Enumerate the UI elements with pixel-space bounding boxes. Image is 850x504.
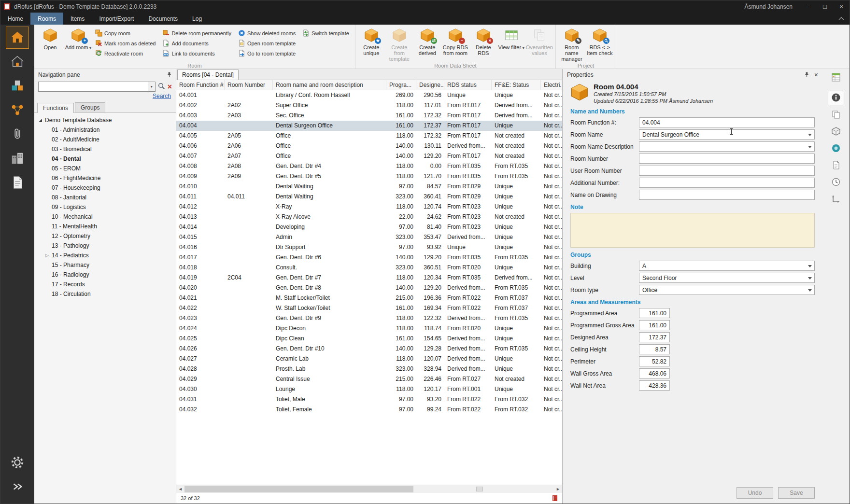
maximize-button[interactable]: □ (817, 0, 833, 13)
field-programmed-area[interactable]: 161.00 (639, 308, 670, 318)
status-report-icon[interactable] (552, 495, 558, 502)
ribbon-button-delete-rds[interactable]: ×Delete RDS (469, 26, 497, 56)
tree-item-03-biomedical[interactable]: 03 - Biomedical (35, 144, 175, 154)
minimize-button[interactable]: – (800, 0, 817, 13)
undo-button[interactable]: Undo (737, 487, 773, 499)
measurements-panel-button[interactable] (828, 192, 844, 207)
search-icon[interactable] (158, 83, 165, 91)
tree-item-07-housekeeping[interactable]: 07 - Housekeeping (35, 183, 175, 193)
table-row[interactable]: 04.0082A08Gen. Dent. Dtr #4118.000.00Fro… (176, 161, 562, 171)
field-building[interactable]: A (639, 261, 815, 271)
field-designed-area[interactable]: 172.37 (639, 332, 670, 342)
scroll-left-icon[interactable]: ◄ (176, 487, 184, 491)
scroll-right-icon[interactable]: ► (554, 487, 562, 491)
table-row[interactable]: 04.024Dipc Decon118.00118.74From RT.020U… (176, 323, 562, 334)
settings-gear-button[interactable] (6, 451, 29, 474)
column-header-ff-e-status[interactable]: FF&E: Status (492, 80, 541, 90)
tree-item-02-adultmedicine[interactable]: 02 - AdultMedicine (35, 135, 175, 144)
table-row[interactable]: 04.020Gen. Dent. Dtr #8140.00129.20Deriv… (176, 283, 562, 293)
ribbon-button-show-deleted-rooms[interactable]: Show deleted rooms (235, 28, 299, 38)
search-dropdown-icon[interactable]: ▾ (148, 82, 155, 91)
table-row[interactable]: 04.0072A07Office140.00129.20From RT.017N… (176, 151, 562, 161)
tab-functions[interactable]: Functions (37, 103, 74, 113)
systems-module-button[interactable] (6, 99, 29, 121)
images-panel-button[interactable] (828, 141, 844, 156)
save-button[interactable]: Save (778, 487, 815, 499)
tree-item-13-pathology[interactable]: 13 - Pathology (35, 241, 175, 251)
table-row[interactable]: 04.001Library / Conf. Room Hassell269.00… (176, 90, 562, 100)
ribbon-button-add-room[interactable]: +Add room ▾ (64, 26, 92, 51)
items-module-button[interactable] (6, 51, 29, 73)
tab-groups[interactable]: Groups (75, 102, 105, 112)
table-row[interactable]: 04.0092A09Gen. Dent. Dtr #5118.00121.70F… (176, 171, 562, 182)
tree-item-04-dental[interactable]: 04 - Dental (35, 154, 175, 164)
scroll-thumb[interactable] (184, 486, 413, 492)
table-row[interactable]: 04.0022A02Super Office118.00117.01From R… (176, 100, 562, 111)
copies-panel-button[interactable] (828, 108, 844, 122)
menu-tab-log[interactable]: Log (185, 13, 209, 25)
menu-tab-import-export[interactable]: Import/Export (92, 13, 141, 25)
table-row[interactable]: 04.013X-Ray Alcove22.0024.62From RT.023N… (176, 212, 562, 222)
field-wall-net-area[interactable]: 428.36 (639, 380, 670, 391)
table-row[interactable]: 04.018Consult.323.00360.51From RT.020Uni… (176, 263, 562, 273)
table-row[interactable]: 04.010Dental Waiting97.0084.57From RT.02… (176, 182, 562, 192)
table-row[interactable]: 04.027Ceramic Lab118.00120.07Derived fro… (176, 354, 562, 364)
table-row[interactable]: 04.028Prosth. Lab323.00328.94Derived fro… (176, 364, 562, 374)
column-header-electri[interactable]: Electri... (541, 80, 562, 90)
table-row[interactable]: 04.0062A06Office140.00130.11Derived from… (176, 141, 562, 151)
column-header-room-number[interactable]: Room Number (225, 80, 273, 90)
field-wall-gross-area[interactable]: 468.06 (639, 368, 670, 378)
ribbon-button-link-to-documents[interactable]: Link to documents (159, 48, 235, 58)
expanded-triangle-icon[interactable] (39, 119, 42, 122)
field-room-name[interactable]: Dental Surgeon Office (639, 129, 815, 140)
table-row[interactable]: 04.026Gen. Dent. Dtr #10140.00129.28Deri… (176, 344, 562, 354)
ribbon-button-reactivate-room[interactable]: Reactivate room (92, 48, 159, 58)
column-header-rds-status[interactable]: RDS status (444, 80, 492, 90)
scroll-track[interactable] (184, 485, 554, 493)
collapse-ribbon-icon[interactable] (833, 13, 850, 25)
ribbon-button-copy-rds-from-room[interactable]: −Copy RDS from room (441, 26, 469, 56)
ribbon-button-create-derived[interactable]: ⇄Create derived (413, 26, 441, 56)
tree-item-06-flightmedicine[interactable]: 06 - FlightMedicine (35, 173, 175, 183)
expand-chevrons-button[interactable] (6, 476, 29, 498)
ribbon-button-room-name-manager[interactable]: ✎Room name manager (558, 26, 586, 62)
field-name-on-drawing[interactable] (639, 190, 815, 200)
column-header-progra[interactable]: Progra... (386, 80, 416, 90)
table-row[interactable]: 04.030Lounge118.00120.17From RT.001Uniqu… (176, 384, 562, 394)
ribbon-button-rds-item-check[interactable]: RDS <-> Item check (586, 26, 614, 56)
ribbon-button-go-to-room-template[interactable]: Go to room template (235, 48, 299, 58)
table-row[interactable]: 04.032Toliet, Female97.0099.24From RT.02… (176, 405, 562, 415)
reports-module-button[interactable] (6, 171, 29, 194)
tree-item-15-pharmacy[interactable]: 15 - Pharmacy (35, 260, 175, 270)
tree-item-10-mechanical[interactable]: 10 - Mechanical (35, 212, 175, 222)
note-input[interactable] (570, 213, 815, 248)
field-level[interactable]: Second Floor (639, 273, 815, 283)
table-row[interactable]: 04.0192C04Gen. Dent. Dtr #7118.00120.34F… (176, 273, 562, 283)
field-perimeter[interactable]: 52.82 (639, 356, 670, 366)
collapsed-triangle-icon[interactable]: ▷ (45, 251, 52, 260)
table-row[interactable]: 04.017Gen. Dent. Dtr #6140.00129.20From … (176, 252, 562, 263)
close-panel-icon[interactable]: × (814, 71, 818, 79)
table-row[interactable]: 04.015Admin323.00353.47Derived from...Un… (176, 232, 562, 242)
history-panel-button[interactable] (828, 175, 844, 190)
info-panel-button[interactable] (828, 91, 844, 105)
ribbon-button-open-room-template[interactable]: Open room template (235, 38, 299, 48)
products-module-button[interactable] (6, 75, 29, 97)
search-link[interactable]: Search (153, 93, 171, 99)
table-row[interactable]: 04.004Dental Surgeon Office161.00172.37F… (176, 121, 562, 131)
rooms-module-button[interactable] (6, 27, 29, 49)
attachments-module-button[interactable] (6, 123, 29, 145)
column-header-room-name-and-room-description[interactable]: Room name and room description (273, 80, 386, 90)
ribbon-button-switch-template[interactable]: Switch template (299, 28, 353, 38)
close-button[interactable]: × (833, 0, 850, 13)
ribbon-button-view-filter[interactable]: View filter ▾ (497, 26, 525, 51)
table-row[interactable]: 04.012X-Ray118.00120.74From RT.023Unique… (176, 202, 562, 212)
table-row[interactable]: 04.014Developing97.0081.40From RT.023Uni… (176, 222, 562, 232)
table-row[interactable]: 04.031Toliet, Male97.0093.20From RT.022F… (176, 394, 562, 405)
room-panel-button[interactable] (828, 125, 844, 139)
table-row[interactable]: 04.01104.011Dental Waiting323.00360.41Fr… (176, 192, 562, 202)
field-programmed-gross-area[interactable]: 161.00 (639, 320, 670, 330)
tree-item-14-pediatrics[interactable]: ▷14 - Pediatrics (35, 251, 175, 260)
ribbon-button-copy-room[interactable]: Copy room (92, 28, 159, 38)
table-row[interactable]: 04.016Dtr Support97.0093.92UniqueUniqueN… (176, 242, 562, 252)
